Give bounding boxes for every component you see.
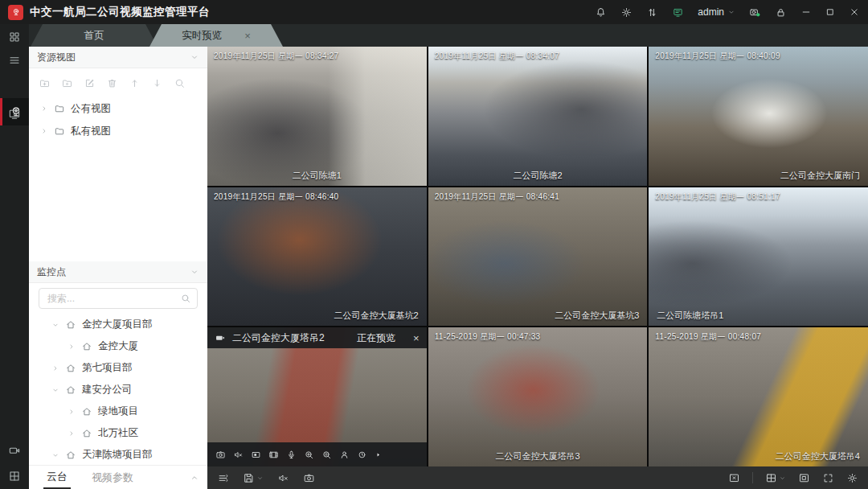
single-screen-icon[interactable] [798,472,810,484]
layout-menu[interactable] [765,472,786,484]
camera-status-icon[interactable] [749,6,761,18]
move-down-icon[interactable] [151,77,163,89]
chevron-right-icon[interactable] [40,105,48,113]
user-menu[interactable]: admin [698,6,735,18]
close-preview-icon[interactable]: × [413,332,420,344]
settings-icon[interactable] [846,472,858,484]
app-window: 中交一航局二公司视频监控管理平台 admin 首页 实时预览 × [0,0,868,489]
cruise-icon[interactable] [357,450,367,460]
tree-item[interactable]: 天津陈塘项目部 [29,444,207,466]
tree-item[interactable]: 绿地项目 [29,401,207,422]
settings-icon[interactable] [620,6,633,18]
zoom-in-icon[interactable] [304,450,314,460]
lock-icon[interactable] [775,6,787,18]
app-logo-icon [8,5,23,20]
resource-toolbar [29,68,207,97]
camera-icon [215,332,226,343]
apps-icon[interactable] [8,31,21,43]
tab-bar: 首页 实时预览 × [29,24,868,47]
timestamp-overlay: 11-25-2019 星期一 00:47:33 [435,331,541,343]
resource-view-header[interactable]: 资源视图 [29,47,207,68]
video-tile-1[interactable]: 2019年11月25日 星期一 08:34:27 二公司陈塘1 [207,47,427,186]
monitor-points-header[interactable]: 监控点 [29,261,207,283]
chevron-down-icon[interactable] [51,386,59,394]
chevron-up-icon[interactable] [190,473,199,483]
mic-icon[interactable] [286,450,297,460]
tree-item-private-views[interactable]: 私有视图 [29,120,207,142]
chevron-down-icon[interactable] [51,321,59,329]
video-tile-6[interactable]: 2019年11月25日 星期一 08:51:17 二公司陈塘塔吊1 [649,187,868,327]
edit-icon[interactable] [84,77,96,89]
fullscreen-icon[interactable] [822,472,834,484]
mute-icon[interactable] [233,450,244,460]
video-tile-2[interactable]: 2019年11月25日 星期一 08:34:07 二公司陈塘2 [428,47,648,186]
minimize-icon[interactable] [800,6,812,18]
video-tile-3[interactable]: 2019年11月25日 星期一 08:40:09 二公司金控大厦南门 [649,47,868,186]
chevron-right-icon[interactable] [40,127,48,135]
video-tile-4[interactable]: 2019年11月25日 星期一 08:46:40 二公司金控大厦基坑2 [207,187,427,327]
delete-icon[interactable] [106,77,118,89]
video-icon[interactable] [268,450,279,460]
snapshot-icon[interactable] [303,472,315,484]
tree-item-label: 第七项目部 [82,361,133,375]
add-group-icon[interactable] [39,77,51,89]
search-icon[interactable] [180,293,191,304]
chevron-down-icon[interactable] [51,451,59,459]
chevron-right-icon[interactable] [51,364,59,372]
tab-ptz[interactable]: 云台 [43,466,71,489]
video-call-icon[interactable] [8,444,21,457]
add-view-icon[interactable] [61,77,73,89]
tree-item[interactable]: 北万社区 [29,422,207,444]
mute-icon[interactable] [277,472,289,484]
tab-close-icon[interactable]: × [244,30,251,42]
video-tile-5[interactable]: 2019年11月25日 星期一 08:46:41 二公司金控大厦基坑3 [428,187,648,327]
preset-icon[interactable] [339,450,350,460]
tree-item[interactable]: 第七项目部 [29,357,207,379]
search-input[interactable] [39,288,198,309]
wall-add-icon[interactable] [8,470,21,483]
live-monitor-icon[interactable] [672,6,684,18]
more-icon[interactable] [375,451,382,458]
monitor-tree: 金控大厦项目部 金控大厦 第七项目部 建安分公司 [29,314,207,466]
chevron-right-icon[interactable] [68,408,76,416]
tab-live-preview[interactable]: 实时预览 × [149,24,283,47]
tab-video-params[interactable]: 视频参数 [92,466,133,489]
folder-icon [54,125,65,137]
camera-label: 二公司陈塘1 [293,170,342,182]
move-up-icon[interactable] [129,77,141,89]
chevron-right-icon[interactable] [68,343,76,351]
video-tile-7-selected[interactable]: 二公司金控大厦塔吊2 正在预览 × [207,327,427,466]
chevron-down-icon [256,475,264,482]
maximize-icon[interactable] [825,6,836,18]
titlebar-actions: admin [595,6,860,18]
tree-item[interactable]: 金控大厦项目部 [29,314,207,335]
tab-home[interactable]: 首页 [31,24,158,47]
record-icon[interactable] [251,450,261,460]
tree-item[interactable]: 金控大厦 [29,335,207,357]
tree-item-public-views[interactable]: 公有视图 [29,97,207,120]
close-icon[interactable] [849,6,860,18]
chevron-right-icon[interactable] [68,429,76,438]
preview-header: 二公司金控大厦塔吊2 正在预览 × [207,327,427,348]
bell-icon[interactable] [595,6,607,18]
site-icon [81,341,92,352]
search-icon[interactable] [174,77,186,89]
tree-item[interactable]: 建安分公司 [29,379,207,401]
camera-label: 二公司金控大厦基坑2 [334,310,419,322]
video-tile-9[interactable]: 11-25-2019 星期一 00:48:07 二公司金控大厦塔吊4 [649,327,868,466]
video-tile-8[interactable]: 11-25-2019 星期一 00:47:33 二公司金控大厦塔吊3 [428,327,648,466]
zoom-3d-icon[interactable] [321,450,332,460]
camera-label: 二公司金控大厦基坑3 [555,310,639,322]
data-swap-icon[interactable] [646,6,658,18]
tree-item-label: 绿地项目 [98,405,138,418]
save-menu[interactable] [243,472,264,484]
playback-icon[interactable] [8,108,21,121]
section-title: 监控点 [37,265,66,279]
camera-label: 二公司陈塘塔吊1 [657,310,723,322]
window-controls [800,6,860,18]
close-all-icon[interactable] [728,472,740,484]
tree-item-label: 金控大厦 [98,339,138,353]
snapshot-icon[interactable] [215,450,226,460]
menu-icon[interactable] [8,54,21,67]
stream-icon[interactable] [217,472,229,484]
